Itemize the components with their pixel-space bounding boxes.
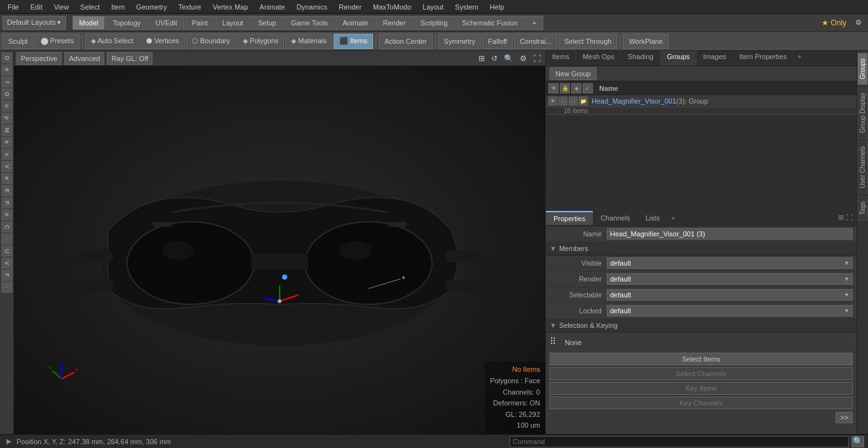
tab-images[interactable]: Images <box>697 51 733 65</box>
locked-dropdown[interactable]: default <box>607 305 853 316</box>
render-dropdown[interactable]: default <box>607 273 853 285</box>
tab-scripting[interactable]: Scripting <box>414 16 455 30</box>
ls-item-9[interactable]: s <box>1 149 13 160</box>
tab-paint[interactable]: Paint <box>185 16 215 30</box>
render-icon[interactable]: ◈ <box>571 83 581 93</box>
ls-item-7[interactable]: M <box>1 125 13 136</box>
symmetry-btn[interactable]: Symmetry <box>438 34 482 49</box>
ray-gl-btn[interactable]: Ray GL: Off <box>107 52 153 65</box>
rvt-tags[interactable]: Tags <box>857 196 868 221</box>
constrain-btn[interactable]: Constrai... <box>514 34 557 49</box>
tab-items[interactable]: Items <box>546 51 576 65</box>
ls-item-14[interactable]: o <box>1 209 13 221</box>
ls-item-18[interactable]: V <box>1 257 13 269</box>
lock-icon[interactable]: 🔒 <box>560 83 570 93</box>
menu-help[interactable]: Help <box>485 2 510 12</box>
ls-item-19[interactable]: F <box>1 269 13 281</box>
members-section[interactable]: ▼ Members <box>546 242 857 255</box>
ls-item-10[interactable]: V <box>1 161 13 172</box>
star-only[interactable]: ★ Only <box>818 17 850 29</box>
selectable-dropdown[interactable]: default <box>607 289 853 301</box>
tab-animate[interactable]: Animate <box>336 16 375 30</box>
auto-select-btn[interactable]: ◈ Auto Select <box>85 34 139 49</box>
layout-select[interactable]: Default Layouts ▾ <box>3 16 66 30</box>
tab-groups[interactable]: Groups <box>660 51 696 65</box>
tab-topology[interactable]: Topology <box>105 16 147 30</box>
viewport-icon-3[interactable]: 🔍 <box>502 54 515 63</box>
select-through-btn[interactable]: Select Through <box>559 34 617 49</box>
check-icon[interactable]: ✓ <box>583 83 593 93</box>
gr-folder-icon[interactable]: 📁 <box>579 97 588 105</box>
ls-item-13[interactable]: P <box>1 197 13 208</box>
ls-item-11[interactable]: e <box>1 173 13 184</box>
menu-animate[interactable]: Animate <box>254 2 290 12</box>
ls-item-20[interactable]: · <box>1 282 13 293</box>
ls-item-4[interactable]: D <box>1 88 13 100</box>
ls-item-15[interactable]: C <box>1 221 13 233</box>
tab-setup[interactable]: Setup <box>251 16 283 30</box>
pt-add[interactable]: + <box>667 212 679 224</box>
menu-view[interactable]: View <box>49 2 74 12</box>
presets-btn[interactable]: ⬤ Presets <box>35 34 79 49</box>
pt-properties[interactable]: Properties <box>546 211 593 225</box>
boundary-btn[interactable]: ⬡ Boundary <box>186 34 236 49</box>
items-btn[interactable]: ⬛ Items <box>334 34 373 49</box>
command-search-btn[interactable]: 🔍 <box>851 436 864 447</box>
workplane-btn[interactable]: WorkPlane <box>623 34 668 49</box>
tab-shading[interactable]: Shading <box>621 51 660 65</box>
viewport-icon-4[interactable]: ⚙ <box>518 54 529 63</box>
menu-file[interactable]: File <box>3 2 24 12</box>
pt-channels[interactable]: Channels <box>593 212 637 224</box>
tab-add-layout[interactable]: + <box>526 16 543 30</box>
menu-system[interactable]: System <box>450 2 484 12</box>
materials-btn[interactable]: ◈ Materials <box>285 34 332 49</box>
ls-item-5[interactable]: u <box>1 100 13 112</box>
ls-item-2[interactable]: e <box>1 64 13 76</box>
menu-vertex-map[interactable]: Vertex Map <box>208 2 254 12</box>
tab-game-tools[interactable]: Game Tools <box>284 16 336 30</box>
menu-render[interactable]: Render <box>334 2 367 12</box>
ls-item-12[interactable]: E <box>1 185 13 196</box>
group-row-1[interactable]: 👁 □ □ 📁 Head_Magnifier_Visor_001 (3) : G… <box>546 95 857 107</box>
gr-eye-icon[interactable]: 👁 <box>548 97 557 105</box>
3d-view[interactable]: X Y Z <box>14 66 545 434</box>
menu-dynamics[interactable]: Dynamics <box>292 2 332 12</box>
pt-expand[interactable]: ⊞ ⛶ <box>834 211 857 224</box>
tab-item-properties[interactable]: Item Properties <box>733 51 794 65</box>
advanced-btn[interactable]: Advanced <box>64 52 104 65</box>
tab-schematic-fusion[interactable]: Schematic Fusion <box>455 16 524 30</box>
tab-model[interactable]: Model <box>72 16 105 30</box>
ls-item-6[interactable]: p <box>1 112 13 124</box>
statusbar-arrow[interactable]: ▶ <box>4 437 14 445</box>
groups-list[interactable]: 👁 □ □ 📁 Head_Magnifier_Visor_001 (3) : G… <box>546 95 857 210</box>
rvt-group-display[interactable]: Group Display <box>857 87 868 139</box>
tab-add[interactable]: + <box>794 51 805 65</box>
name-input[interactable] <box>607 228 853 240</box>
viewport-canvas[interactable]: X Y Z No Items Polygons : Face Channels:… <box>14 66 545 434</box>
settings-icon[interactable]: ⚙ <box>851 17 865 28</box>
gr-icon-3[interactable]: □ <box>569 97 578 105</box>
new-group-btn[interactable]: New Group <box>550 67 597 80</box>
tab-layout[interactable]: Layout <box>215 16 250 30</box>
pt-lists[interactable]: Lists <box>638 212 668 224</box>
sel-keying-section[interactable]: ▼ Selection & Keying <box>546 319 857 332</box>
menu-maxtomodo[interactable]: MaxToModo <box>368 2 416 12</box>
viewport-icon-5[interactable]: ⛶ <box>531 54 543 63</box>
tab-uvedit[interactable]: UVEdit <box>149 16 184 30</box>
tab-mesh-ops[interactable]: Mesh Ops <box>576 51 621 65</box>
command-input[interactable] <box>510 436 849 447</box>
action-center-btn[interactable]: Action Center <box>379 34 433 49</box>
menu-item[interactable]: Item <box>106 2 130 12</box>
tab-render[interactable]: Render <box>376 16 412 30</box>
ls-item-16[interactable]: · <box>1 233 13 245</box>
polygons-btn[interactable]: ◈ Polygons <box>237 34 284 49</box>
viewport-icon-2[interactable]: ↺ <box>489 54 499 63</box>
rvt-user-channels[interactable]: User Channels <box>857 140 868 194</box>
rvt-groups[interactable]: Groups <box>857 53 868 85</box>
perspective-btn[interactable]: Perspective <box>17 52 62 65</box>
menu-geometry[interactable]: Geometry <box>131 2 172 12</box>
ls-item-1[interactable]: D <box>1 52 13 64</box>
sculpt-btn[interactable]: Sculpt <box>3 34 34 49</box>
menu-layout[interactable]: Layout <box>417 2 449 12</box>
menu-texture[interactable]: Texture <box>173 2 207 12</box>
